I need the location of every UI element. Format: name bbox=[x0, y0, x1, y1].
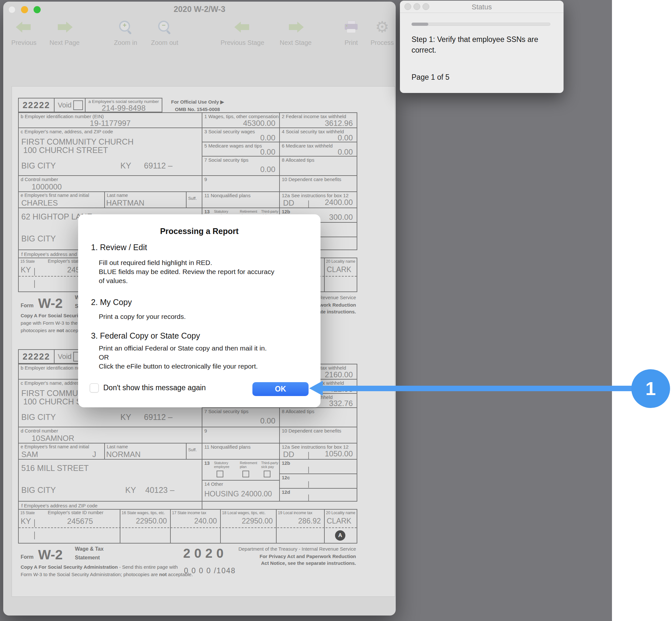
arrow-right-icon bbox=[40, 16, 89, 38]
dont-show-again-checkbox[interactable] bbox=[90, 383, 99, 392]
status-step-text: Step 1: Verify that employee SSNs are co… bbox=[412, 34, 557, 55]
arrow-left-icon bbox=[218, 16, 266, 38]
dialog-body-2: Print a copy for your records. bbox=[99, 312, 186, 321]
gear-icon: ⚙ bbox=[358, 16, 406, 38]
dialog-heading-3: 3. Federal Copy or State Copy bbox=[91, 331, 200, 340]
status-titlebar: Status bbox=[400, 1, 563, 13]
toolbar-button-previous-stage[interactable]: Previous Stage bbox=[218, 14, 266, 48]
annotation-step-badge: 1 bbox=[631, 369, 670, 408]
annotation-arrow-head bbox=[309, 381, 323, 396]
toolbar-button-zoom-out[interactable]: − Zoom out bbox=[140, 14, 189, 48]
annotation-arrow-shaft bbox=[322, 386, 633, 391]
dialog-body-1: Fill out required field highlight in RED… bbox=[99, 258, 275, 285]
right-margin bbox=[612, 0, 672, 621]
toolbar-label: Next Page bbox=[40, 39, 89, 46]
toolbar-label: Zoom out bbox=[140, 39, 189, 46]
dont-show-again-label: Don't show this message again bbox=[103, 383, 206, 392]
toolbar-label: Next Stage bbox=[271, 39, 320, 46]
dialog-heading-1: 1. Review / Edit bbox=[91, 243, 147, 252]
status-title: Status bbox=[400, 3, 563, 11]
progress-fill bbox=[412, 23, 428, 26]
ok-button[interactable]: OK bbox=[252, 382, 308, 396]
zoom-out-icon: − bbox=[140, 16, 189, 38]
toolbar-button-next-page[interactable]: Next Page bbox=[40, 14, 89, 48]
progress-bar bbox=[412, 23, 550, 26]
window-title: 2020 W-2/W-3 bbox=[3, 4, 396, 14]
dialog-heading-2: 2. My Copy bbox=[91, 298, 132, 307]
arrow-right-icon bbox=[271, 16, 320, 38]
toolbar-button-process[interactable]: ⚙ Process bbox=[358, 14, 406, 48]
status-page-text: Page 1 of 5 bbox=[412, 73, 450, 82]
dialog-title: Processing a Report bbox=[78, 226, 321, 236]
status-window: Status Step 1: Verify that employee SSNs… bbox=[400, 1, 563, 93]
toolbar-label: Process bbox=[358, 39, 406, 46]
dialog-body-3: Print an official Federal or State copy … bbox=[99, 344, 266, 371]
toolbar-label: Previous Stage bbox=[218, 39, 266, 46]
processing-dialog: Processing a Report 1. Review / Edit Fil… bbox=[78, 214, 321, 407]
toolbar: Previous Next Page + Zoom in − Zoom out … bbox=[3, 14, 396, 49]
main-titlebar: 2020 W-2/W-3 bbox=[3, 2, 396, 14]
toolbar-button-next-stage[interactable]: Next Stage bbox=[271, 14, 320, 48]
